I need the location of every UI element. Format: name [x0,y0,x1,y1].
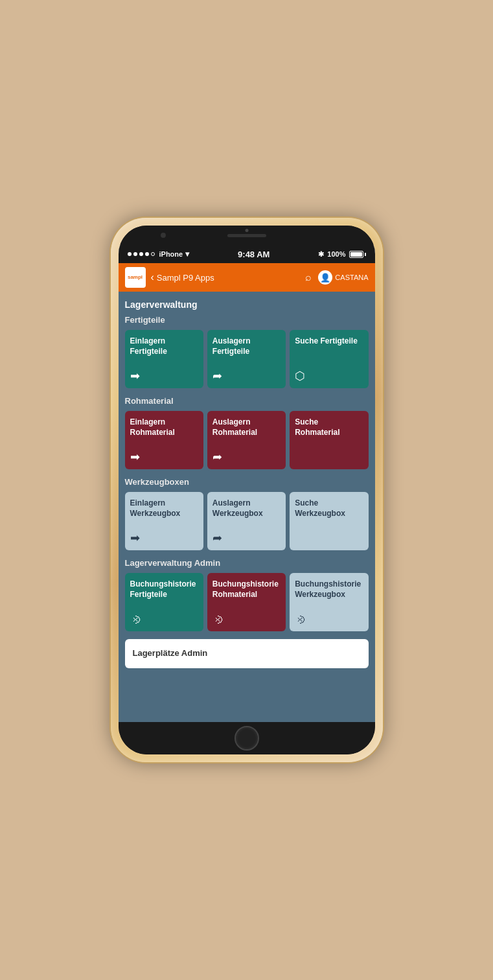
main-content: Lagerverwaltung Fertigteile Einlagern Fe… [119,292,375,722]
app-header: sampl ‹ Sampl P9 Apps ⌕ 👤 CASTANA [119,263,375,292]
status-time: 9:48 AM [238,250,269,259]
buchungshistorie-werkzeugbox-icon: ⨵ [295,612,363,626]
rohmaterial-section-title: Rohmaterial [125,396,369,406]
tile-label: Auslagern Fertigteile [212,336,281,356]
tile-label: Auslagern Rohmaterial [212,417,281,438]
einlagern-rohmaterial-icon: ➡︎ [130,450,198,464]
search-button[interactable]: ⌕ [305,272,312,283]
admin-grid: Buchungshistorie Fertigteile ⨵ Buchungsh… [125,573,369,631]
user-avatar-icon: 👤 [318,270,332,285]
fertigteile-section-title: Fertigteile [125,315,369,325]
phone-screen: iPhone ▾ 9:48 AM ✱ 100% [119,245,375,722]
auslagern-werkzeugbox-icon: ➦ [212,531,281,545]
auslagern-fertigteile-icon: ➦ [212,369,281,383]
phone-bottom [119,722,375,754]
bluetooth-icon: ✱ [318,250,324,259]
signal-dots [128,252,155,256]
tile-auslagern-werkzeugbox[interactable]: Auslagern Werkzeugbox ➦ [207,492,286,550]
battery-fill [350,252,362,257]
auslagern-rohmaterial-icon: ➦ [212,450,281,464]
tile-label: Buchungshistorie Fertigteile [130,579,198,600]
signal-dot-5 [151,252,155,256]
buchungshistorie-rohmaterial-icon: ⨵ [212,612,281,626]
status-bar: iPhone ▾ 9:48 AM ✱ 100% [119,245,375,263]
lagerplaetze-label: Lagerplätze Admin [133,648,361,659]
phone-inner: iPhone ▾ 9:48 AM ✱ 100% [119,226,375,754]
back-button[interactable]: ‹ [151,272,154,283]
tile-label: Auslagern Werkzeugbox [212,498,281,519]
battery-body [349,251,363,258]
status-right: ✱ 100% [318,250,365,259]
signal-dot-3 [139,252,143,256]
tile-auslagern-rohmaterial[interactable]: Auslagern Rohmaterial ➦ [207,411,286,469]
buchungshistorie-fertigteile-icon: ⨵ [130,612,198,626]
signal-dot-1 [128,252,132,256]
signal-dot-2 [133,252,137,256]
tile-buchungshistorie-werkzeugbox[interactable]: Buchungshistorie Werkzeugbox ⨵ [290,573,368,631]
werkzeugboxen-section-title: Werkzeugboxen [125,477,369,487]
tile-suche-rohmaterial[interactable]: Suche Rohmaterial [290,411,368,469]
carrier-label: iPhone [159,250,183,258]
tile-einlagern-rohmaterial[interactable]: Einlagern Rohmaterial ➡︎ [125,411,203,469]
admin-section-title: Lagerverwaltung Admin [125,558,369,568]
fertigteile-grid: Einlagern Fertigteile ➡︎ Auslagern Ferti… [125,330,369,388]
einlagern-werkzeugbox-icon: ➡︎ [130,531,198,545]
status-left: iPhone ▾ [128,250,190,259]
app-logo: sampl [125,267,146,288]
home-button[interactable] [235,726,259,751]
tile-einlagern-werkzeugbox[interactable]: Einlagern Werkzeugbox ➡︎ [125,492,203,550]
phone-dot [245,229,248,232]
tile-buchungshistorie-rohmaterial[interactable]: Buchungshistorie Rohmaterial ⨵ [207,573,286,631]
phone-speaker [227,234,266,237]
user-menu-button[interactable]: 👤 CASTANA [318,270,368,285]
logo-text: sampl [128,275,143,281]
signal-dot-4 [145,252,149,256]
tile-einlagern-fertigteile[interactable]: Einlagern Fertigteile ➡︎ [125,330,203,388]
tile-lagerplaetze-admin[interactable]: Lagerplätze Admin [125,639,369,668]
tile-label: Suche Fertigteile [295,336,363,347]
tile-auslagern-fertigteile[interactable]: Auslagern Fertigteile ➦ [207,330,286,388]
tile-buchungshistorie-fertigteile[interactable]: Buchungshistorie Fertigteile ⨵ [125,573,203,631]
tile-label: Buchungshistorie Werkzeugbox [295,579,363,600]
main-section-title: Lagerverwaltung [125,299,369,310]
battery-pct-label: 100% [327,250,345,258]
bottom-spacer [125,668,369,694]
phone-top-bar [119,226,375,245]
tile-label: Suche Rohmaterial [295,417,363,438]
tile-label: Einlagern Rohmaterial [130,417,198,438]
tile-label: Suche Werkzeugbox [295,498,363,519]
suche-fertigteile-icon: ⬡ [295,369,363,383]
battery-tip [365,253,366,256]
phone-device: iPhone ▾ 9:48 AM ✱ 100% [111,218,383,762]
tile-label: Einlagern Fertigteile [130,336,198,356]
einlagern-fertigteile-icon: ➡︎ [130,369,198,383]
werkzeugboxen-grid: Einlagern Werkzeugbox ➡︎ Auslagern Werkz… [125,492,369,550]
battery-icon [349,251,366,258]
username-label: CASTANA [335,274,368,281]
tile-label: Buchungshistorie Rohmaterial [212,579,281,600]
phone-camera [161,233,166,238]
rohmaterial-grid: Einlagern Rohmaterial ➡︎ Auslagern Rohma… [125,411,369,469]
tile-suche-fertigteile[interactable]: Suche Fertigteile ⬡ [290,330,368,388]
wifi-icon: ▾ [185,250,189,259]
tile-label: Einlagern Werkzeugbox [130,498,198,519]
header-title: Sampl P9 Apps [157,273,306,283]
tile-suche-werkzeugbox[interactable]: Suche Werkzeugbox [290,492,368,550]
